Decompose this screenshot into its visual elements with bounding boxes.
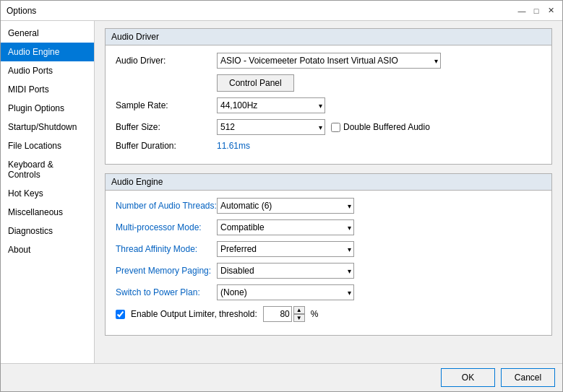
audio-engine-section: Audio Engine Number of Audio Threads: Au… xyxy=(105,173,552,336)
driver-label: Audio Driver: xyxy=(116,56,217,66)
thread-affinity-select[interactable]: Preferred xyxy=(217,241,354,257)
sidebar-item-diagnostics[interactable]: Diagnostics xyxy=(1,222,94,240)
threads-select[interactable]: Automatic (6) xyxy=(217,198,354,214)
buffer-size-label: Buffer Size: xyxy=(116,122,217,132)
memory-paging-field-row: Prevent Memory Paging: Disabled xyxy=(116,263,541,279)
multiprocessor-select[interactable]: Compatible xyxy=(217,219,354,235)
buffer-duration-label: Buffer Duration: xyxy=(116,141,217,151)
audio-driver-header: Audio Driver xyxy=(106,29,551,45)
threads-control: Automatic (6) xyxy=(217,198,354,214)
sample-rate-select-wrapper: 44,100Hz xyxy=(217,97,325,113)
output-limiter-label: Enable Output Limiter, threshold: xyxy=(131,309,257,319)
spinner-up-button[interactable]: ▲ xyxy=(293,306,305,314)
double-buffered-row: Double Buffered Audio xyxy=(331,122,430,132)
control-panel-button[interactable]: Control Panel xyxy=(217,74,294,92)
sidebar-item-audio-ports[interactable]: Audio Ports xyxy=(1,61,94,80)
main-panel: Audio Driver Audio Driver: ASIO - Voicem… xyxy=(95,21,562,363)
sidebar: General Audio Engine Audio Ports MIDI Po… xyxy=(1,21,95,363)
sidebar-item-keyboard-controls[interactable]: Keyboard & Controls xyxy=(1,155,94,184)
thread-affinity-select-wrapper: Preferred xyxy=(217,241,354,257)
buffer-duration-value: 11.61ms xyxy=(217,141,250,151)
minimize-button[interactable]: — xyxy=(516,5,528,17)
footer: OK Cancel xyxy=(1,363,562,391)
power-plan-select[interactable]: (None) xyxy=(217,284,354,300)
cancel-button[interactable]: Cancel xyxy=(501,368,555,387)
buffer-size-control: 512 Double Buffered Audio xyxy=(217,119,430,135)
sample-rate-control: 44,100Hz xyxy=(217,97,325,113)
options-window: Options — □ ✕ General Audio Engine Audio… xyxy=(0,0,563,392)
threads-select-wrapper: Automatic (6) xyxy=(217,198,354,214)
sidebar-item-file-locations[interactable]: File Locations xyxy=(1,136,94,155)
ok-button[interactable]: OK xyxy=(441,368,495,387)
buffer-size-field-row: Buffer Size: 512 Double Buffered Audio xyxy=(116,119,541,135)
window-title: Options xyxy=(7,6,36,16)
output-limiter-input[interactable] xyxy=(263,306,292,322)
memory-paging-control: Disabled xyxy=(217,263,354,279)
output-limiter-control: Enable Output Limiter, threshold: ▲ ▼ % xyxy=(116,306,318,322)
sidebar-item-general[interactable]: General xyxy=(1,24,94,43)
buffer-size-select-wrapper: 512 xyxy=(217,119,325,135)
memory-paging-select[interactable]: Disabled xyxy=(217,263,354,279)
thread-affinity-control: Preferred xyxy=(217,241,354,257)
double-buffered-checkbox[interactable] xyxy=(331,123,340,132)
spinner-down-button[interactable]: ▼ xyxy=(293,314,305,322)
driver-control: ASIO - Voicemeeter Potato Insert Virtual… xyxy=(217,53,441,69)
thread-affinity-label: Thread Affinity Mode: xyxy=(116,244,217,254)
window-controls: — □ ✕ xyxy=(516,5,556,17)
multiprocessor-select-wrapper: Compatible xyxy=(217,219,354,235)
output-limiter-field-row: Enable Output Limiter, threshold: ▲ ▼ % xyxy=(116,306,541,322)
threads-field-row: Number of Audio Threads: Automatic (6) xyxy=(116,198,541,214)
sidebar-item-plugin-options[interactable]: Plugin Options xyxy=(1,99,94,118)
maximize-button[interactable]: □ xyxy=(530,5,542,17)
audio-driver-section: Audio Driver Audio Driver: ASIO - Voicem… xyxy=(105,28,552,165)
audio-engine-body: Number of Audio Threads: Automatic (6) M… xyxy=(106,191,551,335)
output-limiter-checkbox[interactable] xyxy=(116,310,125,319)
audio-engine-header: Audio Engine xyxy=(106,174,551,191)
sample-rate-label: Sample Rate: xyxy=(116,100,217,110)
multiprocessor-label: Multi-processor Mode: xyxy=(116,222,217,232)
power-plan-control: (None) xyxy=(217,284,354,300)
thread-affinity-field-row: Thread Affinity Mode: Preferred xyxy=(116,241,541,257)
spinner-buttons: ▲ ▼ xyxy=(293,306,305,322)
sidebar-item-hot-keys[interactable]: Hot Keys xyxy=(1,184,94,203)
memory-paging-label: Prevent Memory Paging: xyxy=(116,266,217,276)
power-plan-select-wrapper: (None) xyxy=(217,284,354,300)
double-buffered-label: Double Buffered Audio xyxy=(343,122,430,132)
sidebar-item-about[interactable]: About xyxy=(1,240,94,259)
sample-rate-field-row: Sample Rate: 44,100Hz xyxy=(116,97,541,113)
threads-label: Number of Audio Threads: xyxy=(116,201,217,211)
sidebar-item-audio-engine[interactable]: Audio Engine xyxy=(1,43,94,61)
sidebar-item-midi-ports[interactable]: MIDI Ports xyxy=(1,80,94,99)
driver-field-row: Audio Driver: ASIO - Voicemeeter Potato … xyxy=(116,53,541,69)
power-plan-label: Switch to Power Plan: xyxy=(116,287,217,297)
output-limiter-spinner: ▲ ▼ xyxy=(263,306,305,322)
sidebar-item-miscellaneous[interactable]: Miscellaneous xyxy=(1,203,94,222)
content-area: General Audio Engine Audio Ports MIDI Po… xyxy=(1,21,562,363)
buffer-size-select[interactable]: 512 xyxy=(217,119,325,135)
driver-select[interactable]: ASIO - Voicemeeter Potato Insert Virtual… xyxy=(217,53,441,69)
output-limiter-unit: % xyxy=(311,309,319,319)
power-plan-field-row: Switch to Power Plan: (None) xyxy=(116,284,541,300)
close-button[interactable]: ✕ xyxy=(545,5,556,17)
buffer-duration-field-row: Buffer Duration: 11.61ms xyxy=(116,141,541,151)
sidebar-item-startup-shutdown[interactable]: Startup/Shutdown xyxy=(1,118,94,136)
multiprocessor-field-row: Multi-processor Mode: Compatible xyxy=(116,219,541,235)
title-bar: Options — □ ✕ xyxy=(1,1,562,21)
driver-select-wrapper: ASIO - Voicemeeter Potato Insert Virtual… xyxy=(217,53,441,69)
audio-driver-body: Audio Driver: ASIO - Voicemeeter Potato … xyxy=(106,45,551,164)
multiprocessor-control: Compatible xyxy=(217,219,354,235)
memory-paging-select-wrapper: Disabled xyxy=(217,263,354,279)
sample-rate-select[interactable]: 44,100Hz xyxy=(217,97,325,113)
